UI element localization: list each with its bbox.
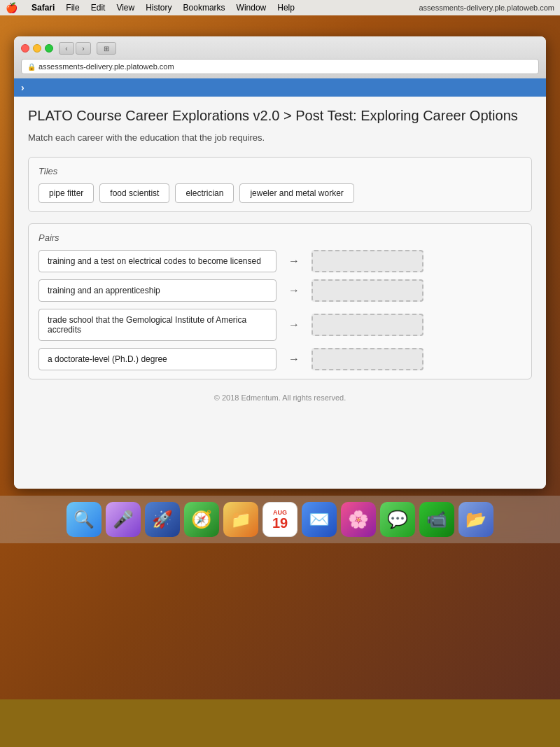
page-breadcrumb: PLATO Course Career Explorations v2.0 > … — [28, 108, 532, 124]
menubar-window[interactable]: Window — [237, 3, 267, 13]
dock-finder[interactable]: 🔍 — [66, 502, 102, 537]
dock-facetime[interactable]: 📹 — [419, 502, 454, 537]
traffic-lights — [21, 44, 53, 53]
pair-left-2: training and an apprenticeship — [38, 279, 276, 302]
tab-switcher-button[interactable]: ⊞ — [97, 42, 116, 55]
page-nav-arrow[interactable]: › — [21, 82, 24, 93]
pairs-section: Pairs training and a test on electrical … — [28, 223, 532, 379]
pair-arrow-2: → — [284, 284, 304, 297]
menubar-help[interactable]: Help — [277, 3, 295, 13]
facetime-icon: 📹 — [426, 510, 447, 529]
photos-icon: 🌸 — [348, 510, 369, 529]
pairs-container: training and a test on electrical codes … — [38, 250, 522, 370]
back-button[interactable]: ‹ — [59, 42, 74, 55]
instruction-text: Match each career with the education tha… — [28, 132, 532, 143]
menubar-edit[interactable]: Edit — [91, 3, 106, 13]
address-text: assessments-delivery.ple.platoweb.com — [38, 62, 174, 71]
close-button[interactable] — [21, 44, 29, 53]
mac-screen: 🍎 Safari File Edit View History Bookmark… — [0, 0, 560, 747]
menubar-history[interactable]: History — [146, 3, 172, 13]
fullscreen-button[interactable] — [45, 44, 53, 53]
ssl-lock-icon: 🔒 — [27, 63, 36, 71]
browser-window: ‹ › ⊞ 🔒 assessments-delivery.ple.platowe… — [14, 36, 546, 489]
launchpad-icon: 🚀 — [152, 510, 173, 529]
pair-arrow-3: → — [284, 319, 304, 331]
pair-arrow-1: → — [284, 255, 304, 267]
forward-button[interactable]: › — [76, 42, 91, 55]
safari-icon: 🧭 — [191, 510, 212, 529]
dock-messages[interactable]: 💬 — [380, 502, 415, 537]
tile-jeweler[interactable]: jeweler and metal worker — [239, 183, 354, 203]
menubar-file[interactable]: File — [66, 3, 79, 13]
minimize-button[interactable] — [33, 44, 41, 53]
pair-arrow-4: → — [284, 353, 304, 365]
pair-left-4: a doctorate-level (Ph.D.) degree — [38, 348, 276, 370]
footer-copyright: © 2018 Edmentum. All rights reserved. — [28, 393, 532, 402]
mac-menubar: 🍎 Safari File Edit View History Bookmark… — [0, 0, 560, 15]
menubar-safari[interactable]: Safari — [31, 3, 55, 13]
tile-electrician[interactable]: electrician — [175, 183, 234, 203]
dock-photos-folder[interactable]: 📁 — [223, 502, 258, 537]
pair-row-4: a doctorate-level (Ph.D.) degree → — [38, 348, 522, 370]
tile-pipe-fitter[interactable]: pipe fitter — [38, 183, 94, 203]
tiles-row: pipe fitter food scientist electrician j… — [38, 183, 522, 203]
nav-buttons: ‹ › — [59, 42, 91, 55]
menubar-bookmarks[interactable]: Bookmarks — [183, 3, 225, 13]
pair-row-1: training and a test on electrical codes … — [38, 250, 522, 272]
browser-content: PLATO Course Career Explorations v2.0 > … — [14, 97, 546, 489]
calendar-date: 19 — [272, 516, 288, 530]
pair-right-1[interactable] — [312, 250, 424, 272]
pair-left-3: trade school that the Gemological Instit… — [38, 309, 276, 341]
menubar-url: assessments-delivery.ple.platoweb.com — [419, 4, 554, 12]
tiles-label: Tiles — [38, 166, 522, 176]
pairs-label: Pairs — [38, 232, 522, 243]
pair-left-1: training and a test on electrical codes … — [38, 250, 276, 272]
browser-nav-strip: › — [14, 78, 546, 97]
tile-food-scientist[interactable]: food scientist — [99, 183, 169, 203]
pair-right-3[interactable] — [312, 314, 424, 336]
dock-safari[interactable]: 🧭 — [184, 502, 219, 537]
dock-launchpad[interactable]: 🚀 — [145, 502, 180, 537]
finder-icon: 🔍 — [74, 510, 94, 529]
siri-icon: 🎤 — [113, 510, 134, 529]
tiles-section: Tiles pipe fitter food scientist electri… — [28, 157, 532, 212]
address-bar[interactable]: 🔒 assessments-delivery.ple.platoweb.com — [21, 59, 539, 74]
photos-folder-icon: 📁 — [230, 510, 251, 529]
pair-right-2[interactable] — [312, 279, 424, 302]
messages-icon: 💬 — [387, 510, 408, 529]
pair-row-2: training and an apprenticeship → — [38, 279, 522, 302]
browser-chrome: ‹ › ⊞ 🔒 assessments-delivery.ple.platowe… — [14, 36, 546, 78]
dock-calendar[interactable]: AUG 19 — [262, 502, 298, 537]
folder-icon: 📂 — [465, 510, 486, 529]
dock-mail[interactable]: ✉️ — [302, 502, 337, 537]
pair-right-4[interactable] — [312, 348, 424, 370]
dock-folder[interactable]: 📂 — [458, 502, 493, 537]
mac-dock: 🔍 🎤 🚀 🧭 📁 AUG 19 ✉️ 🌸 💬 � — [0, 496, 560, 543]
mail-icon: ✉️ — [309, 510, 330, 529]
menubar-view[interactable]: View — [116, 3, 134, 13]
dock-photos[interactable]: 🌸 — [341, 502, 376, 537]
dock-siri[interactable]: 🎤 — [106, 502, 141, 537]
pair-row-3: trade school that the Gemological Instit… — [38, 309, 522, 341]
apple-menu[interactable]: 🍎 — [6, 2, 18, 13]
